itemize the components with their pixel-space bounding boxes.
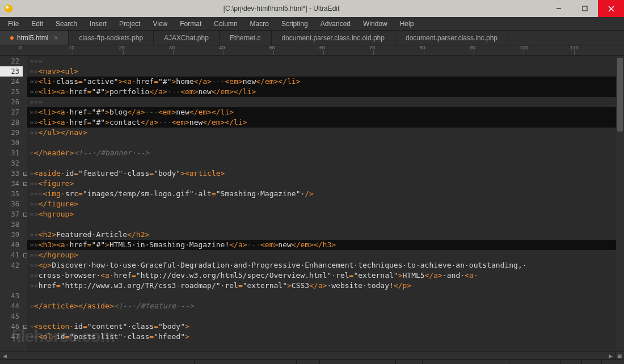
line-number[interactable]: 27	[0, 107, 23, 117]
code-line[interactable]	[27, 219, 616, 230]
fold-toggle[interactable]	[23, 260, 27, 270]
code-line[interactable]: »»»	[27, 56, 616, 66]
code-line[interactable]: »</header><!--·/#banner·-->	[27, 148, 616, 158]
menu-help[interactable]: Help	[394, 18, 420, 29]
menu-advanced[interactable]: Advanced	[315, 18, 356, 29]
line-number-gutter[interactable]: 2223242526272829303132333435363738394041…	[0, 56, 23, 352]
line-number[interactable]: 33	[0, 168, 23, 179]
fold-toggle[interactable]	[23, 332, 27, 342]
code-line[interactable]	[27, 291, 616, 301]
line-number[interactable]: 44	[0, 301, 23, 311]
menu-view[interactable]: View	[147, 18, 173, 29]
line-number[interactable]	[0, 281, 23, 291]
tab-document-parser-class-inc-old-php[interactable]: document.parser.class.inc.old.php	[272, 31, 395, 45]
code-line[interactable]	[27, 158, 616, 168]
fold-toggle[interactable]	[23, 66, 27, 77]
fold-toggle[interactable]: -	[23, 179, 27, 189]
menu-file[interactable]: File	[2, 18, 24, 29]
scroll-right-icon[interactable]: ▶	[606, 352, 615, 360]
code-line[interactable]: »»cross-browser·<a·href="http://dev.w3.o…	[27, 270, 616, 281]
fold-toggle[interactable]	[23, 270, 27, 281]
close-tab-icon[interactable]: ×	[54, 34, 58, 42]
maximize-button[interactable]	[572, 0, 598, 17]
fold-toggle[interactable]	[23, 107, 27, 117]
line-number[interactable]: 46	[0, 321, 23, 332]
status-highlight[interactable]: HTML	[395, 360, 422, 364]
code-line[interactable]: »<section·id="content"·class="body">	[27, 321, 616, 332]
status-highlight-icon[interactable]: ◧	[386, 360, 395, 364]
status-readwrite[interactable]: R/W	[560, 360, 581, 364]
menu-search[interactable]: Search	[50, 18, 83, 29]
horizontal-scrollbar[interactable]: ◀ ▶ ▣	[0, 352, 624, 359]
fold-column[interactable]: -----	[23, 56, 27, 352]
code-line[interactable]	[27, 138, 616, 148]
line-number[interactable]	[0, 270, 23, 281]
tab-ajaxchat-php[interactable]: AJAXChat.php	[154, 31, 220, 45]
fold-toggle[interactable]	[23, 97, 27, 107]
status-insert[interactable]: INS	[581, 360, 601, 364]
fold-toggle[interactable]	[23, 56, 27, 66]
code-line[interactable]: »»<h2>Featured·Article</h2>	[27, 230, 616, 240]
fold-toggle[interactable]	[23, 87, 27, 97]
fold-toggle[interactable]	[23, 230, 27, 240]
fold-toggle[interactable]: -	[23, 168, 27, 179]
menu-format[interactable]: Format	[174, 18, 207, 29]
status-line-ending[interactable]: DOS	[296, 360, 319, 364]
status-encoding[interactable]: 1252 (ANSI - Latin I)	[319, 360, 386, 364]
code-line[interactable]: »»<li><a·href="#">blog</a>·-·<em>new</em…	[27, 107, 616, 117]
menu-project[interactable]: Project	[113, 18, 146, 29]
code-line[interactable]: »<aside·id="featured"·class="body"><arti…	[27, 168, 616, 179]
fold-toggle[interactable]	[23, 148, 27, 158]
line-number[interactable]: 23	[0, 66, 23, 77]
line-number[interactable]: 29	[0, 128, 23, 138]
code-line[interactable]: »»<nav><ul>	[27, 66, 616, 77]
code-line[interactable]: »»»	[27, 97, 616, 107]
line-number[interactable]: 31	[0, 148, 23, 158]
menu-insert[interactable]: Insert	[84, 18, 112, 29]
menu-macro[interactable]: Macro	[244, 18, 275, 29]
fold-toggle[interactable]	[23, 138, 27, 148]
scroll-thumb[interactable]	[617, 58, 623, 132]
line-number[interactable]: 39	[0, 230, 23, 240]
tab-class-ftp-sockets-php[interactable]: class-ftp-sockets.php	[69, 31, 154, 45]
minimize-button[interactable]	[546, 0, 572, 17]
menu-window[interactable]: Window	[357, 18, 393, 29]
code-line[interactable]: »»<p>Discover·how·to·use·Graceful·Degrad…	[27, 260, 616, 270]
fold-toggle[interactable]: -	[23, 209, 27, 219]
line-number[interactable]: 36	[0, 199, 23, 209]
line-number[interactable]: 47	[0, 332, 23, 342]
line-number[interactable]: 40	[0, 240, 23, 250]
close-button[interactable]	[598, 0, 624, 17]
line-number[interactable]: 22	[0, 56, 23, 66]
line-number[interactable]: 37	[0, 209, 23, 219]
fold-toggle[interactable]	[23, 77, 27, 87]
code-line[interactable]: »»<li·class="active"><a·href="#">home</a…	[27, 77, 616, 87]
fold-toggle[interactable]	[23, 219, 27, 230]
code-line[interactable]: »»»<img·src="images/temp/sm-logo.gif"·al…	[27, 189, 616, 199]
line-number[interactable]: 45	[0, 311, 23, 321]
code-line[interactable]: »»</figure>	[27, 199, 616, 209]
fold-toggle[interactable]	[23, 301, 27, 311]
fold-toggle[interactable]	[23, 281, 27, 291]
fold-toggle[interactable]	[23, 158, 27, 168]
code-line[interactable]: »»href="http://www.w3.org/TR/css3-roadma…	[27, 281, 616, 291]
line-number[interactable]: 32	[0, 158, 23, 168]
tab-ethernet-c[interactable]: Ethernet.c	[220, 31, 272, 45]
line-number[interactable]: 41	[0, 250, 23, 260]
fold-toggle[interactable]	[23, 189, 27, 199]
fold-toggle[interactable]	[23, 199, 27, 209]
menu-column[interactable]: Column	[208, 18, 243, 29]
scroll-split-icon[interactable]: ▣	[615, 352, 624, 360]
code-line[interactable]: »»<h3><a·href="#">HTML5·in·Smashing·Maga…	[27, 240, 616, 250]
fold-toggle[interactable]: -	[23, 321, 27, 332]
tab-document-parser-class-inc-php[interactable]: document.parser.class.inc.php	[395, 31, 508, 45]
line-number[interactable]: 28	[0, 117, 23, 128]
tab-html5-html[interactable]: html5.html×	[0, 31, 69, 45]
scroll-left-icon[interactable]: ◀	[0, 352, 9, 360]
fold-toggle[interactable]	[23, 240, 27, 250]
code-line[interactable]: »</article></aside><!--·/#feature·-->	[27, 301, 616, 311]
code-line[interactable]: »»</hgroup>	[27, 250, 616, 260]
fold-toggle[interactable]: -	[23, 250, 27, 260]
line-number[interactable]: 35	[0, 189, 23, 199]
fold-toggle[interactable]	[23, 311, 27, 321]
